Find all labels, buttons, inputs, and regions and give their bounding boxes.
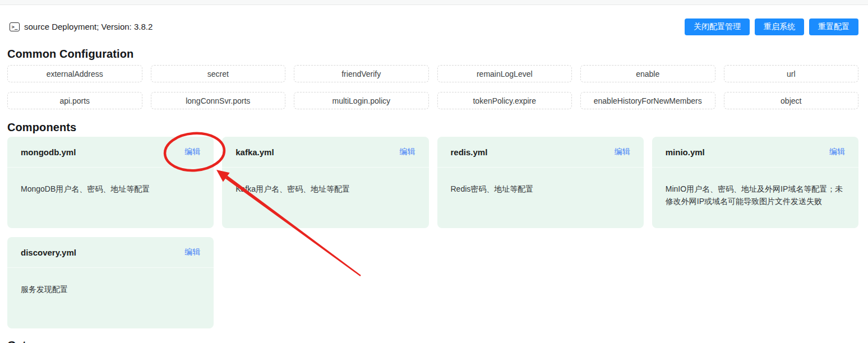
terminal-icon: >_ (10, 22, 20, 31)
common-configuration-grid: externalAddress secret friendVerify rema… (7, 65, 858, 109)
components-grid: mongodb.yml 编辑 MongoDB用户名、密码、地址等配置 kafka… (7, 137, 858, 328)
card-minio-description: MinIO用户名、密码、地址及外网IP域名等配置；未修改外网IP或域名可能导致图… (652, 168, 858, 207)
deployment-info: >_ source Deployment; Version: 3.8.2 (10, 22, 153, 31)
card-mongodb-title: mongodb.yml (21, 147, 76, 157)
card-minio: minio.yml 编辑 MinIO用户名、密码、地址及外网IP域名等配置；未修… (652, 137, 858, 228)
restart-system-button[interactable]: 重启系统 (755, 18, 804, 35)
card-mongodb: mongodb.yml 编辑 MongoDB用户名、密码、地址等配置 (7, 137, 214, 228)
main-content: Common Configuration externalAddress sec… (0, 48, 868, 343)
card-mongodb-header: mongodb.yml 编辑 (7, 137, 214, 168)
kafka-edit-link[interactable]: 编辑 (400, 147, 415, 157)
card-redis-title: redis.yml (451, 147, 488, 157)
minio-edit-link[interactable]: 编辑 (829, 147, 845, 157)
card-kafka-title: kafka.yml (236, 147, 274, 157)
redis-edit-link[interactable]: 编辑 (615, 147, 630, 157)
config-item-object[interactable]: object (724, 92, 859, 109)
components-heading: Components (7, 121, 858, 134)
config-item-longConnSvr-ports[interactable]: longConnSvr.ports (151, 92, 286, 109)
page-header: >_ source Deployment; Version: 3.8.2 关闭配… (0, 18, 868, 35)
mongodb-edit-link[interactable]: 编辑 (184, 147, 200, 157)
header-actions: 关闭配置管理 重启系统 重置配置 (685, 18, 858, 35)
config-item-friendVerify[interactable]: friendVerify (294, 65, 429, 82)
top-strip (0, 0, 868, 5)
config-item-api-ports[interactable]: api.ports (7, 92, 142, 109)
config-item-tokenPolicy-expire[interactable]: tokenPolicy.expire (437, 92, 572, 109)
config-item-enable[interactable]: enable (580, 65, 715, 82)
card-redis-header: redis.yml 编辑 (437, 137, 644, 168)
card-kafka-description: Kafka用户名、密码、地址等配置 (222, 168, 428, 195)
config-item-externalAddress[interactable]: externalAddress (7, 65, 142, 82)
config-item-multiLogin-policy[interactable]: multiLogin.policy (294, 92, 429, 109)
close-config-management-button[interactable]: 关闭配置管理 (685, 18, 750, 35)
discovery-edit-link[interactable]: 编辑 (184, 247, 200, 257)
card-discovery: discovery.yml 编辑 服务发现配置 (7, 237, 214, 328)
card-minio-header: minio.yml 编辑 (652, 137, 858, 168)
common-configuration-heading: Common Configuration (7, 48, 858, 61)
config-item-secret[interactable]: secret (151, 65, 286, 82)
gateway-heading: Gateway (7, 339, 858, 343)
card-mongodb-description: MongoDB用户名、密码、地址等配置 (7, 168, 214, 195)
deployment-title: source Deployment; Version: 3.8.2 (24, 22, 153, 31)
card-discovery-header: discovery.yml 编辑 (7, 237, 214, 268)
card-discovery-title: discovery.yml (21, 248, 76, 257)
card-minio-title: minio.yml (666, 147, 705, 157)
card-kafka: kafka.yml 编辑 Kafka用户名、密码、地址等配置 (222, 137, 428, 228)
config-item-enableHistoryForNewMembers[interactable]: enableHistoryForNewMembers (580, 92, 715, 109)
config-item-url[interactable]: url (724, 65, 859, 82)
card-redis: redis.yml 编辑 Redis密码、地址等配置 (437, 137, 644, 228)
card-discovery-description: 服务发现配置 (7, 268, 214, 295)
card-redis-description: Redis密码、地址等配置 (437, 168, 644, 195)
config-item-remainLogLevel[interactable]: remainLogLevel (437, 65, 572, 82)
reset-config-button[interactable]: 重置配置 (809, 18, 858, 35)
card-kafka-header: kafka.yml 编辑 (222, 137, 428, 168)
